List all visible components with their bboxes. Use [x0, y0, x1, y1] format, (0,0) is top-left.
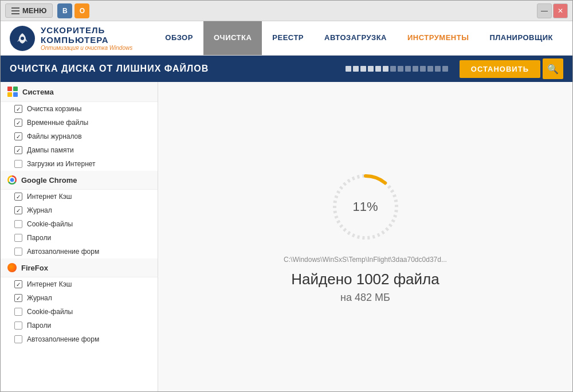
app-header: УСКОРИТЕЛЬ КОМПЬЮТЕРА Оптимизация и очис…	[1, 21, 572, 56]
window-controls: — ✕	[537, 3, 568, 18]
menu-label: МЕНЮ	[22, 6, 46, 15]
nav-overview[interactable]: ОБЗОР	[155, 21, 203, 55]
main-nav: ОБЗОР ОЧИСТКА РЕЕСТР АВТОЗАГРУЗКА ИНСТРУ…	[155, 21, 563, 55]
item-chrome-history[interactable]: Журнал	[1, 203, 158, 217]
item-chrome-history-label: Журнал	[27, 206, 52, 214]
item-ff-cache-label: Интернет Кэш	[27, 280, 72, 288]
item-memory-dumps[interactable]: Дампы памяти	[1, 143, 158, 157]
item-ff-history-label: Журнал	[27, 294, 52, 302]
item-chrome-cache[interactable]: Интернет Кэш	[1, 190, 158, 203]
item-ff-autofill-label: Автозаполнение форм	[27, 335, 99, 343]
item-chrome-cookies[interactable]: Cookie-файлы	[1, 217, 158, 231]
found-files-count: Найдено 1002 файла	[291, 271, 439, 288]
scan-results-panel: 11% C:\Windows\WinSxS\Temp\InFlight\3daa…	[158, 82, 572, 391]
sidebar: Система Очистка корзины Временные файлы …	[1, 82, 158, 391]
search-button[interactable]: 🔍	[543, 58, 563, 79]
search-icon: 🔍	[547, 64, 559, 75]
item-chrome-autofill-label: Автозаполнение форм	[27, 248, 99, 256]
svg-point-1	[21, 37, 24, 40]
firefox-icon	[7, 263, 17, 272]
item-downloads[interactable]: Загрузки из Интернет	[1, 157, 158, 171]
progress-dots	[346, 66, 448, 72]
nav-autostart[interactable]: АВТОЗАГРУЗКА	[314, 21, 397, 55]
vk-icon[interactable]: В	[57, 3, 72, 18]
title-bar: МЕНЮ В О — ✕	[1, 1, 572, 21]
item-recycle-bin[interactable]: Очистка корзины	[1, 102, 158, 116]
checkbox-ff-cookies[interactable]	[14, 308, 22, 316]
category-chrome-label: Google Chrome	[21, 176, 77, 185]
category-system-label: Система	[22, 88, 54, 96]
progress-circle: 11%	[328, 170, 403, 244]
checkbox-chrome-passwords[interactable]	[14, 234, 22, 242]
checkbox-recycle-bin[interactable]	[14, 105, 22, 113]
checkbox-memory-dumps[interactable]	[14, 146, 22, 154]
checkbox-chrome-cookies[interactable]	[14, 220, 22, 228]
checkbox-temp-files[interactable]	[14, 119, 22, 127]
item-ff-history[interactable]: Журнал	[1, 291, 158, 305]
item-temp-files-label: Временные файлы	[27, 119, 88, 127]
category-firefox-label: FireFox	[21, 264, 48, 272]
logo-title: УСКОРИТЕЛЬ КОМПЬЮТЕРА	[41, 25, 143, 45]
logo-text: УСКОРИТЕЛЬ КОМПЬЮТЕРА Оптимизация и очис…	[41, 25, 143, 51]
item-chrome-cookies-label: Cookie-файлы	[27, 220, 73, 228]
main-content: Система Очистка корзины Временные файлы …	[1, 82, 572, 391]
item-ff-cookies[interactable]: Cookie-файлы	[1, 305, 158, 319]
logo-subtitle: Оптимизация и очистка Windows	[41, 45, 143, 51]
item-log-files[interactable]: Файлы журналов	[1, 130, 158, 143]
item-ff-cache[interactable]: Интернет Кэш	[1, 277, 158, 291]
item-memory-dumps-label: Дампы памяти	[27, 146, 74, 154]
ok-icon[interactable]: О	[74, 3, 89, 18]
item-chrome-passwords-label: Пароли	[27, 234, 51, 242]
nav-tools[interactable]: ИНСТРУМЕНТЫ	[397, 21, 479, 55]
hamburger-icon	[11, 7, 19, 14]
social-icons: В О	[57, 3, 89, 18]
minimize-button[interactable]: —	[537, 3, 552, 18]
checkbox-ff-passwords[interactable]	[14, 322, 22, 330]
close-button[interactable]: ✕	[553, 3, 568, 18]
checkbox-chrome-autofill[interactable]	[14, 248, 22, 256]
item-ff-passwords[interactable]: Пароли	[1, 319, 158, 332]
nav-registry[interactable]: РЕЕСТР	[262, 21, 314, 55]
checkbox-log-files[interactable]	[14, 132, 22, 140]
nav-clean[interactable]: ОЧИСТКА	[203, 21, 262, 55]
item-log-files-label: Файлы журналов	[27, 132, 82, 140]
item-ff-cookies-label: Cookie-файлы	[27, 308, 73, 316]
rocket-svg	[14, 30, 30, 46]
item-chrome-cache-label: Интернет Кэш	[27, 193, 72, 201]
checkbox-ff-cache[interactable]	[14, 280, 22, 288]
scan-file-path: C:\Windows\WinSxS\Temp\InFlight\3daa70dc…	[284, 256, 447, 264]
logo-area: УСКОРИТЕЛЬ КОМПЬЮТЕРА Оптимизация и очис…	[10, 25, 143, 51]
checkbox-ff-autofill[interactable]	[14, 335, 22, 343]
item-temp-files[interactable]: Временные файлы	[1, 116, 158, 130]
nav-scheduler[interactable]: ПЛАНИРОВЩИК	[479, 21, 563, 55]
item-recycle-bin-label: Очистка корзины	[27, 105, 81, 113]
item-chrome-autofill[interactable]: Автозаполнение форм	[1, 245, 158, 258]
item-downloads-label: Загрузки из Интернет	[27, 160, 96, 168]
category-chrome: Google Chrome	[1, 171, 158, 190]
checkbox-chrome-history[interactable]	[14, 206, 22, 214]
item-chrome-passwords[interactable]: Пароли	[1, 231, 158, 245]
progress-percent: 11%	[352, 199, 378, 214]
category-firefox: FireFox	[1, 258, 158, 277]
section-title: ОЧИСТКА ДИСКА ОТ ЛИШНИХ ФАЙЛОВ	[10, 64, 334, 74]
checkbox-chrome-cache[interactable]	[14, 193, 22, 201]
checkbox-downloads[interactable]	[14, 160, 22, 168]
logo-icon	[10, 26, 35, 51]
category-system: Система	[1, 82, 158, 102]
menu-button[interactable]: МЕНЮ	[5, 3, 53, 18]
section-header: ОЧИСТКА ДИСКА ОТ ЛИШНИХ ФАЙЛОВ ОСТАНОВИТ…	[1, 56, 572, 82]
item-ff-autofill[interactable]: Автозаполнение форм	[1, 332, 158, 346]
main-window: МЕНЮ В О — ✕	[0, 0, 573, 392]
found-files-size: на 482 МБ	[340, 292, 390, 304]
item-ff-passwords-label: Пароли	[27, 322, 51, 330]
checkbox-ff-history[interactable]	[14, 294, 22, 302]
stop-button[interactable]: ОСТАНОВИТЬ	[460, 60, 540, 78]
chrome-icon	[7, 175, 17, 185]
windows-icon	[7, 87, 18, 97]
